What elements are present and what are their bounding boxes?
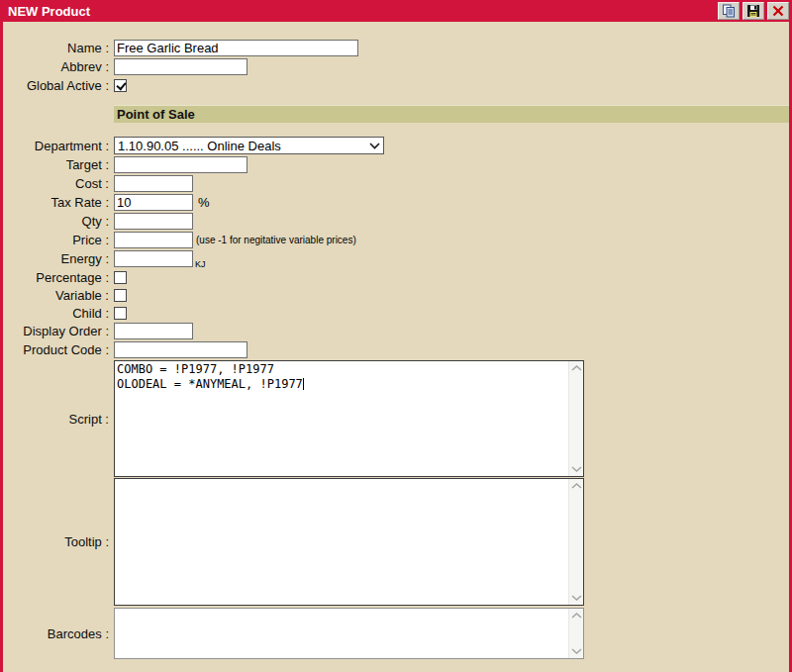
cost-row: Cost : (3, 175, 789, 192)
save-icon (746, 4, 760, 18)
child-row: Child : (3, 305, 789, 321)
scroll-up-icon[interactable] (571, 483, 582, 489)
qty-row: Qty : (3, 213, 789, 230)
titlebar: NEW Product (0, 0, 792, 22)
tax-rate-input[interactable] (114, 194, 193, 211)
energy-unit: KJ (195, 259, 206, 269)
close-button[interactable] (767, 2, 789, 20)
abbrev-label: Abbrev : (3, 59, 109, 74)
scroll-down-icon[interactable] (571, 595, 582, 601)
close-icon (771, 4, 785, 18)
text-caret (303, 378, 304, 390)
name-label: Name : (3, 41, 109, 55)
tax-rate-unit: % (198, 195, 210, 210)
save-button[interactable] (742, 2, 764, 20)
variable-checkbox[interactable] (114, 289, 127, 302)
scroll-down-icon[interactable] (571, 648, 582, 654)
price-row: Price : (use -1 for negitative variable … (3, 232, 789, 248)
variable-row: Variable : (3, 287, 789, 303)
qty-input[interactable] (114, 213, 193, 230)
barcodes-text (115, 609, 568, 658)
tooltip-scrollbar[interactable] (568, 479, 583, 605)
price-note: (use -1 for negitative variable prices) (196, 235, 356, 245)
chevron-down-icon (369, 143, 380, 149)
barcodes-scrollbar[interactable] (568, 609, 583, 658)
name-row: Name : (3, 40, 789, 56)
scroll-up-icon[interactable] (571, 613, 582, 619)
product-code-input[interactable] (114, 341, 248, 358)
cost-label: Cost : (3, 176, 109, 191)
tooltip-row: Tooltip : (3, 478, 789, 606)
tooltip-text (115, 479, 568, 605)
global-active-checkbox[interactable] (114, 79, 127, 92)
department-select[interactable]: 1.10.90.05 ...... Online Deals (114, 137, 384, 154)
child-label: Child : (3, 306, 109, 321)
price-label: Price : (3, 233, 109, 247)
display-order-label: Display Order : (3, 324, 109, 338)
barcodes-label: Barcodes : (3, 626, 109, 641)
percentage-label: Percentage : (3, 270, 109, 285)
abbrev-row: Abbrev : (3, 58, 789, 75)
script-label: Script : (3, 412, 109, 427)
percentage-row: Percentage : (3, 269, 789, 285)
script-scrollbar[interactable] (568, 361, 583, 476)
new-product-dialog: NEW Product (0, 0, 792, 672)
target-row: Target : (3, 156, 789, 173)
child-checkbox[interactable] (114, 307, 127, 320)
energy-row: Energy : KJ (3, 250, 789, 267)
variable-label: Variable : (3, 288, 109, 303)
barcodes-textarea[interactable] (114, 608, 584, 659)
tax-rate-label: Tax Rate : (3, 195, 109, 210)
copy-button[interactable] (718, 2, 740, 20)
product-code-label: Product Code : (3, 342, 109, 357)
tooltip-textarea[interactable] (114, 478, 584, 606)
copy-icon (722, 4, 736, 18)
energy-label: Energy : (3, 251, 109, 266)
scroll-up-icon[interactable] (571, 365, 582, 371)
percentage-checkbox[interactable] (114, 271, 127, 284)
target-label: Target : (3, 157, 109, 172)
tax-rate-row: Tax Rate : % (3, 194, 789, 211)
scroll-down-icon[interactable] (571, 466, 582, 472)
script-text: COMBO = !P1977, !P1977 OLODEAL = *ANYMEA… (115, 361, 568, 476)
abbrev-input[interactable] (114, 58, 248, 75)
department-row: Department : 1.10.90.05 ...... Online De… (3, 137, 789, 154)
qty-label: Qty : (3, 214, 109, 229)
section-title: Point of Sale (117, 107, 195, 122)
cost-input[interactable] (114, 175, 193, 192)
section-point-of-sale: Point of Sale (114, 105, 789, 123)
global-active-label: Global Active : (3, 78, 109, 93)
form-content: Name : Abbrev : Global Active : Point of… (0, 22, 792, 672)
dialog-title: NEW Product (8, 4, 715, 19)
target-input[interactable] (114, 156, 248, 173)
barcodes-row: Barcodes : (3, 608, 789, 659)
tooltip-label: Tooltip : (3, 534, 109, 549)
department-selected-value: 1.10.90.05 ...... Online Deals (118, 139, 369, 153)
script-row: Script : COMBO = !P1977, !P1977 OLODEAL … (3, 360, 789, 477)
product-code-row: Product Code : (3, 341, 789, 358)
display-order-input[interactable] (114, 323, 193, 339)
display-order-row: Display Order : (3, 323, 789, 339)
department-label: Department : (3, 139, 109, 153)
global-active-row: Global Active : (3, 77, 789, 93)
energy-input[interactable] (114, 250, 193, 267)
price-input[interactable] (114, 232, 193, 248)
script-textarea[interactable]: COMBO = !P1977, !P1977 OLODEAL = *ANYMEA… (114, 360, 584, 477)
name-input[interactable] (114, 40, 358, 56)
